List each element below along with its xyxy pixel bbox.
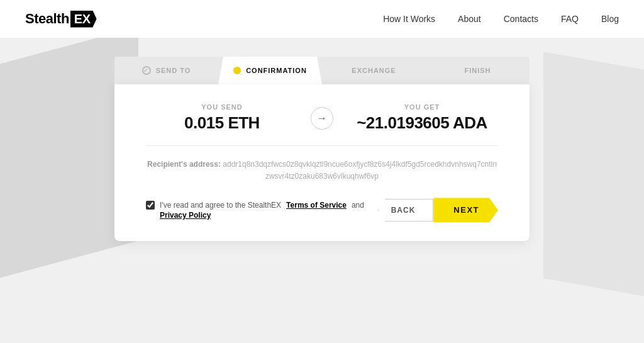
agreement-area: I've read and agree to the StealthEX Ter… bbox=[146, 201, 364, 220]
send-side: YOU SEND 0.015 ETH bbox=[146, 103, 298, 133]
step-active-dot bbox=[233, 67, 241, 74]
buttons-group: BACK NEXT bbox=[378, 198, 498, 222]
terms-of-service-link[interactable]: Terms of Service bbox=[286, 201, 347, 210]
step-send-to-label: SEND TO bbox=[156, 67, 191, 74]
recipient-label: Recipient's address: bbox=[147, 160, 221, 169]
get-label: YOU GET bbox=[346, 103, 498, 111]
recipient-address: addr1q8n3dqzfwcs0z8qvklqztl9ncue6oxfjycf… bbox=[223, 160, 497, 181]
header: StealthEX How It Works About Contacts FA… bbox=[0, 0, 644, 38]
nav-blog[interactable]: Blog bbox=[601, 14, 619, 24]
recipient-address-row: Recipient's address: addr1q8n3dqzfwcs0z8… bbox=[146, 159, 498, 183]
nav-about[interactable]: About bbox=[458, 14, 481, 24]
step-confirmation-label: CONFIRMATION bbox=[246, 67, 307, 74]
confirmation-card: YOU SEND 0.015 ETH → YOU GET ~21.0193605… bbox=[114, 84, 530, 241]
privacy-policy-link[interactable]: Privacy Policy bbox=[160, 211, 364, 220]
logo: StealthEX bbox=[25, 11, 97, 28]
step-exchange[interactable]: EXCHANGE bbox=[322, 57, 426, 84]
back-button[interactable]: BACK bbox=[378, 199, 434, 222]
exchange-row: YOU SEND 0.015 ETH → YOU GET ~21.0193605… bbox=[146, 103, 498, 146]
nav-contacts[interactable]: Contacts bbox=[504, 14, 538, 24]
step-send-to[interactable]: ✓ SEND TO bbox=[114, 57, 218, 84]
nav-faq[interactable]: FAQ bbox=[561, 14, 579, 24]
agreement-text-between: and bbox=[352, 201, 364, 210]
send-label: YOU SEND bbox=[146, 103, 298, 111]
step-exchange-label: EXCHANGE bbox=[352, 67, 396, 74]
step-confirmation[interactable]: CONFIRMATION bbox=[218, 57, 322, 84]
step-finish-label: FINISH bbox=[464, 67, 491, 74]
step-done-icon: ✓ bbox=[142, 66, 151, 75]
send-amount: 0.015 ETH bbox=[146, 113, 298, 133]
logo-text: Stealth bbox=[25, 11, 69, 27]
get-amount: ~21.0193605 ADA bbox=[346, 113, 498, 133]
get-side: YOU GET ~21.0193605 ADA bbox=[346, 103, 498, 133]
nav: How It Works About Contacts FAQ Blog bbox=[383, 14, 619, 24]
steps-bar: ✓ SEND TO CONFIRMATION EXCHANGE FINISH bbox=[114, 57, 530, 84]
nav-how-it-works[interactable]: How It Works bbox=[383, 14, 435, 24]
agreement-text-before: I've read and agree to the StealthEX bbox=[160, 201, 281, 210]
logo-box: EX bbox=[70, 11, 97, 28]
exchange-arrow: → bbox=[311, 107, 333, 130]
next-button[interactable]: NEXT bbox=[433, 198, 498, 222]
step-finish[interactable]: FINISH bbox=[426, 57, 530, 84]
actions-row: I've read and agree to the StealthEX Ter… bbox=[146, 198, 498, 222]
main-content: ✓ SEND TO CONFIRMATION EXCHANGE FINISH Y… bbox=[0, 38, 644, 241]
terms-checkbox-line: I've read and agree to the StealthEX Ter… bbox=[146, 201, 364, 210]
agreement-checkbox[interactable] bbox=[146, 201, 155, 210]
